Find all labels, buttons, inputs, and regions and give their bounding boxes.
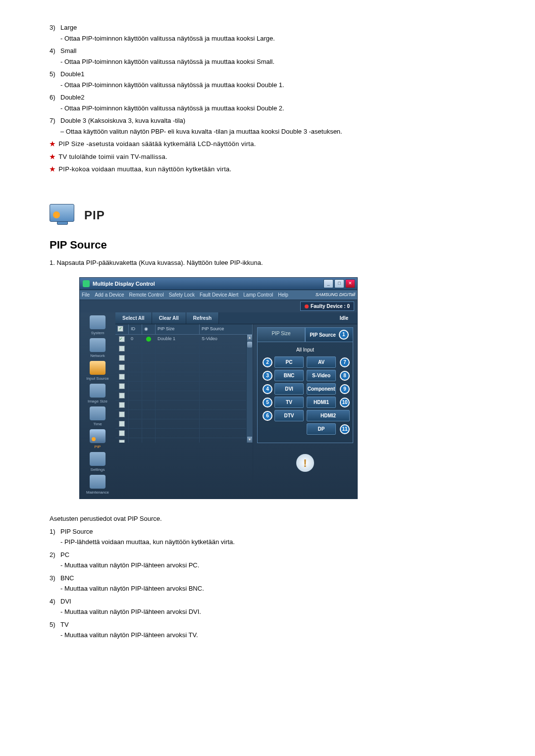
list-item-desc: - Muuttaa valitun näytön PIP-lähteen arv… [60, 607, 505, 617]
tab-pip-size[interactable]: PIP Size [257, 327, 305, 342]
panel-button-row: 4DVIComponent9 [261, 383, 350, 395]
scroll-thumb[interactable] [247, 342, 252, 348]
sidebar-item-image-size[interactable]: Image Size [83, 384, 112, 404]
star-icon: ★ [50, 140, 55, 148]
source-button-dtv[interactable]: DTV [274, 410, 304, 421]
cell-size [156, 372, 200, 381]
panel-button-row: 5TVHDMI110 [261, 397, 350, 408]
sidebar-item-pip[interactable]: PIP [83, 429, 112, 450]
table-row[interactable] [115, 382, 253, 391]
cell-check [115, 382, 129, 391]
list-item: 3)Large [50, 23, 505, 33]
minimize-button[interactable]: _ [323, 279, 333, 288]
fault-dot-icon [305, 304, 309, 308]
tab-pip-source[interactable]: PIP Source 1 [305, 327, 353, 342]
list-item: 1)PIP Source [50, 527, 505, 537]
sidebar-item-settings[interactable]: Settings [83, 452, 112, 473]
sidebar-icon [90, 338, 106, 352]
list-item-desc: - Ottaa PIP-toiminnon käyttöön valitussa… [60, 103, 505, 113]
cell-id [129, 353, 142, 362]
app-title: Multiple Display Control [93, 280, 155, 288]
table-row[interactable] [115, 419, 253, 429]
source-button-bnc[interactable]: BNC [274, 370, 304, 381]
menu-item[interactable]: Safety Lock [169, 291, 195, 299]
source-button-hdmi2[interactable]: HDMI2 [307, 410, 350, 421]
cell-check [115, 344, 129, 353]
table-row[interactable] [115, 353, 253, 363]
sidebar-item-input-source[interactable]: Input Source [83, 361, 112, 382]
refresh-button[interactable]: Refresh [186, 312, 219, 324]
section-header: PIP [50, 204, 505, 227]
app-icon [83, 280, 90, 287]
source-button-tv[interactable]: TV [274, 397, 304, 408]
list-item-desc: - Muuttaa valitun näytön PIP-lähteen arv… [60, 560, 505, 570]
clear-all-button[interactable]: Clear All [152, 312, 186, 324]
menubar: FileAdd a DeviceRemote ControlSafety Loc… [80, 290, 357, 300]
menu-item[interactable]: Remote Control [129, 291, 164, 299]
cell-id [129, 419, 142, 428]
sidebar-label: PIP [83, 444, 112, 450]
table-row[interactable]: 0Double 1S-Video [115, 335, 253, 344]
table-row[interactable] [115, 429, 253, 438]
source-button-component[interactable]: Component [307, 383, 336, 395]
cell-check [115, 372, 129, 381]
table-row[interactable] [115, 410, 253, 419]
menu-item[interactable]: Help [278, 291, 288, 299]
table-row[interactable] [115, 363, 253, 372]
source-button-s-video[interactable]: S-Video [307, 370, 336, 381]
col-check[interactable] [115, 324, 129, 334]
menu-item[interactable]: Add a Device [95, 291, 124, 299]
scroll-down-icon[interactable]: ▾ [247, 437, 252, 443]
cell-check [115, 353, 129, 362]
device-table: ID ◉ PIP Size PIP Source 0Double 1S-Vide… [115, 324, 253, 482]
source-button-dp[interactable]: DP [307, 423, 336, 435]
cell-source [200, 372, 253, 381]
cell-source [200, 401, 253, 409]
sidebar-icon [90, 452, 106, 466]
table-row[interactable] [115, 391, 253, 401]
pip-source-heading: PIP Source [50, 237, 505, 253]
cell-id [129, 363, 142, 372]
table-row[interactable] [115, 401, 253, 410]
star-icon: ★ [50, 153, 55, 160]
table-row[interactable] [115, 344, 253, 353]
cell-status [142, 363, 156, 372]
col-pip-source: PIP Source [200, 324, 253, 334]
table-scrollbar[interactable]: ▴ ▾ [246, 335, 253, 443]
cell-size [156, 382, 200, 391]
sidebar-item-time[interactable]: Time [83, 406, 112, 427]
cell-status [142, 401, 156, 409]
callout-5: 5 [263, 398, 272, 407]
cell-source [200, 344, 253, 353]
cell-size [156, 438, 200, 443]
sidebar-item-network[interactable]: Network [83, 338, 112, 359]
list-item-desc: - Ottaa PIP-toiminnon käyttöön valitussa… [60, 57, 505, 67]
cell-id [129, 391, 142, 400]
cell-status [142, 419, 156, 428]
sidebar-item-maintenance[interactable]: Maintenance [83, 475, 112, 496]
select-all-button[interactable]: Select All [115, 312, 152, 324]
source-button-dvi[interactable]: DVI [274, 383, 304, 395]
cell-id [129, 372, 142, 381]
sidebar-icon [90, 361, 106, 375]
cell-check [115, 429, 129, 438]
scroll-up-icon[interactable]: ▴ [247, 335, 252, 341]
table-row[interactable] [115, 372, 253, 382]
source-button-pc[interactable]: PC [274, 356, 304, 368]
source-button-av[interactable]: AV [307, 356, 336, 368]
panel-button-row: 3BNCS-Video8 [261, 370, 350, 381]
cell-source [200, 429, 253, 438]
menu-item[interactable]: Lamp Control [243, 291, 273, 299]
source-button-hdmi1[interactable]: HDMI1 [307, 397, 336, 408]
callout-4: 4 [263, 384, 272, 394]
menu-item[interactable]: File [82, 291, 90, 299]
menu-item[interactable]: Fault Device Alert [200, 291, 238, 299]
maximize-button[interactable]: □ [334, 279, 344, 288]
cell-id [129, 410, 142, 419]
cell-size [156, 391, 200, 400]
table-row[interactable] [115, 438, 253, 443]
close-button[interactable]: ✕ [345, 279, 355, 288]
callout-6: 6 [263, 411, 272, 421]
sidebar-item-system[interactable]: System [83, 315, 112, 336]
star-icon: ★ [50, 165, 55, 173]
